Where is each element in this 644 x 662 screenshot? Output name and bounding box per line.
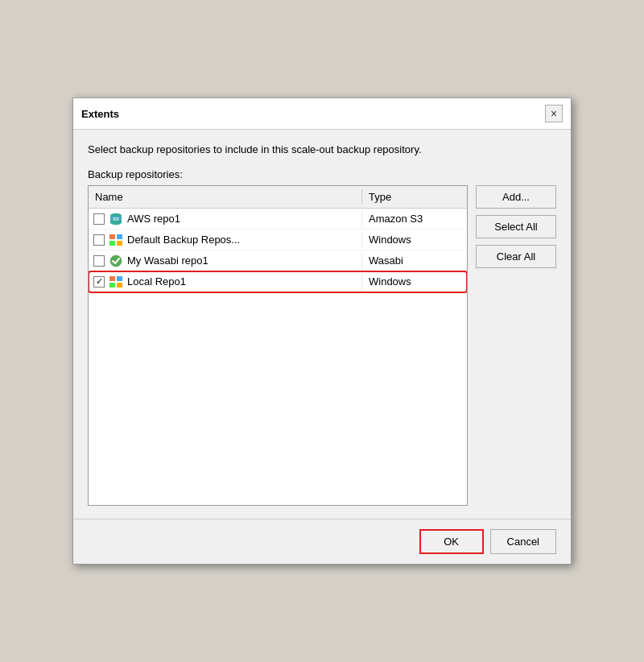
dialog-footer: OK Cancel — [73, 519, 571, 564]
add-button[interactable]: Add... — [476, 185, 556, 209]
repository-table: Name Type S3 — [88, 185, 468, 506]
col-name-cell: Default Backup Repos... — [89, 232, 362, 248]
svg-rect-12 — [117, 283, 122, 288]
col-name-header: Name — [89, 189, 362, 205]
clear-all-button[interactable]: Clear All — [476, 245, 556, 268]
svg-rect-10 — [117, 276, 122, 281]
row-checkbox-aws[interactable] — [93, 213, 105, 225]
row-checkbox-local[interactable] — [93, 276, 105, 288]
col-type-local: Windows — [362, 274, 467, 289]
svg-rect-5 — [117, 234, 122, 239]
wasabi-icon — [109, 254, 123, 267]
row-name-default: Default Backup Repos... — [127, 234, 240, 246]
extents-dialog: Extents × Select backup repositories to … — [72, 97, 572, 565]
col-name-cell: Local Repo1 — [89, 274, 362, 290]
table-row[interactable]: S3 AWS repo1 Amazon S3 — [89, 209, 467, 230]
col-type-header: Type — [362, 189, 467, 205]
table-row[interactable]: My Wasabi repo1 Wasabi — [89, 250, 467, 271]
svg-rect-6 — [109, 241, 115, 246]
local-windows-icon — [109, 275, 123, 288]
table-rows: S3 AWS repo1 Amazon S3 — [89, 209, 467, 505]
close-button[interactable]: × — [545, 105, 563, 122]
svg-rect-4 — [109, 234, 115, 239]
table-row-local[interactable]: Local Repo1 Windows — [89, 271, 467, 292]
svg-rect-11 — [109, 283, 115, 288]
svg-rect-9 — [109, 276, 115, 281]
row-name-local: Local Repo1 — [127, 275, 186, 288]
row-name-aws: AWS repo1 — [127, 213, 180, 225]
table-row[interactable]: Default Backup Repos... Windows — [89, 230, 467, 250]
row-checkbox-wasabi[interactable] — [93, 255, 105, 267]
section-label: Backup repositories: — [88, 168, 556, 180]
ok-button[interactable]: OK — [419, 529, 484, 554]
main-area: Name Type S3 — [88, 185, 556, 506]
row-name-wasabi: My Wasabi repo1 — [127, 254, 208, 267]
dialog-body: Select backup repositories to include in… — [73, 130, 571, 519]
col-name-cell: My Wasabi repo1 — [89, 253, 362, 269]
dialog-title: Extents — [81, 108, 119, 120]
col-type-default: Windows — [362, 232, 467, 247]
row-checkbox-default[interactable] — [93, 234, 105, 246]
side-buttons: Add... Select All Clear All — [476, 185, 556, 506]
table-header: Name Type — [89, 186, 467, 209]
title-bar: Extents × — [73, 98, 571, 130]
select-all-button[interactable]: Select All — [476, 215, 556, 238]
col-name-cell: S3 AWS repo1 — [89, 211, 362, 227]
svg-rect-7 — [117, 241, 122, 246]
col-type-wasabi: Wasabi — [362, 253, 467, 268]
description-text: Select backup repositories to include in… — [88, 143, 556, 157]
windows-repo-icon — [109, 234, 123, 246]
col-type-aws: Amazon S3 — [362, 211, 467, 226]
aws-icon: S3 — [109, 213, 123, 225]
cancel-button[interactable]: Cancel — [490, 529, 556, 554]
svg-text:S3: S3 — [113, 217, 119, 221]
